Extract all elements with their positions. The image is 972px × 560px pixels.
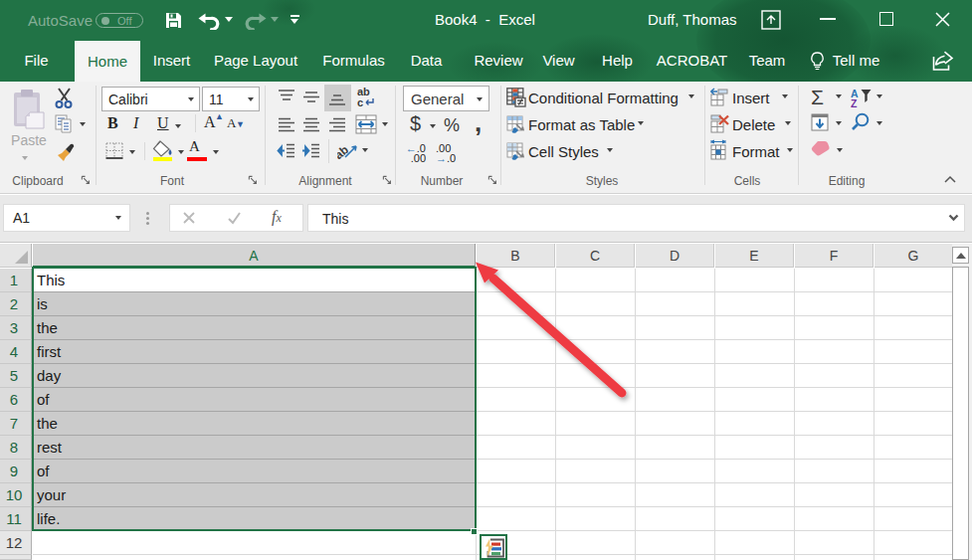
svg-text:ab: ab: [337, 142, 351, 161]
svg-text:Z: Z: [851, 97, 858, 107]
svg-text:c: c: [357, 96, 363, 108]
